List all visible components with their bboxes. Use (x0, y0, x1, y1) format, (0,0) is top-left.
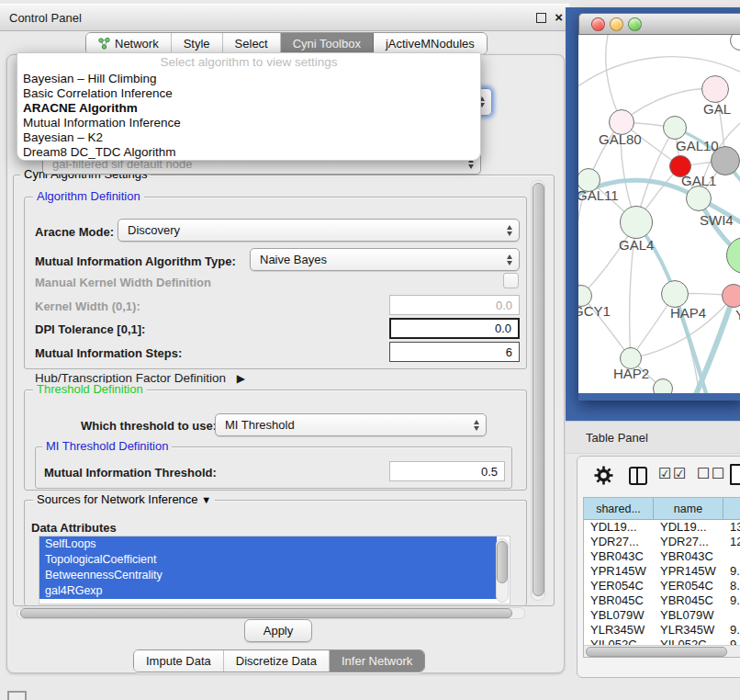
show-column-icon[interactable]: ☑ (673, 465, 686, 482)
split-view-icon[interactable] (629, 467, 647, 485)
cell-shared-name[interactable]: YBL079W (584, 608, 654, 623)
cell-partial[interactable]: 13 (723, 520, 740, 535)
hide-column-icon[interactable]: ☐ (712, 465, 724, 482)
cell-shared-name[interactable]: YBR045C (584, 593, 654, 608)
mi-steps-field[interactable]: 6 (389, 342, 520, 362)
window-close-icon[interactable] (591, 17, 605, 31)
column-header-partial[interactable]: A (723, 498, 740, 520)
cell-partial[interactable] (723, 549, 740, 564)
cell-partial[interactable]: 12 (723, 535, 740, 549)
attribute-list-scrollbar[interactable] (496, 538, 509, 603)
tab-discretize-data[interactable]: Discretize Data (224, 650, 330, 672)
table-row[interactable]: YER054C YER054C 8. (584, 579, 740, 593)
network-node-gal4[interactable] (620, 206, 653, 239)
cell-partial[interactable]: 9. (723, 593, 740, 608)
cell-name[interactable]: YDL19... (654, 520, 723, 535)
cell-shared-name[interactable]: YPR145W (584, 564, 654, 579)
float-window-icon[interactable] (536, 13, 546, 23)
attribute-item[interactable]: gal4RGexp (39, 583, 497, 599)
cell-name[interactable]: YPR145W (654, 564, 723, 579)
tab-network[interactable]: Network (86, 33, 172, 54)
window-minimize-icon[interactable] (610, 17, 623, 31)
table-row[interactable]: YPR145W YPR145W 9. (584, 564, 740, 579)
settings-vertical-scrollbar[interactable] (531, 180, 545, 601)
table-row[interactable]: YBL079W YBL079W (584, 608, 740, 623)
network-node-gal10[interactable] (663, 116, 687, 140)
mi-steps-value: 6 (506, 345, 512, 359)
cell-name[interactable]: YBR045C (654, 593, 723, 608)
table-horizontal-scrollbar[interactable] (584, 645, 740, 657)
network-desktop-background: GALGAL80GAL10GAL1GAL11SWI4GAL4GCY1HAP4YH… (566, 7, 740, 421)
column-header-name[interactable]: name (654, 498, 723, 520)
settings-horizontal-scrollbar[interactable] (17, 607, 525, 619)
attribute-item[interactable]: TopologicalCoefficient (39, 552, 497, 568)
dpi-tolerance-field[interactable]: 0.0 (389, 318, 520, 339)
table-horizontal-scrollbar-thumb[interactable] (586, 647, 727, 657)
attribute-item[interactable]: BetweennessCentrality (39, 568, 497, 583)
aracne-mode-combo[interactable]: Discovery (118, 219, 520, 242)
network-node-hap4[interactable] (661, 280, 689, 308)
cell-shared-name[interactable]: YDL19... (584, 520, 654, 535)
table-row[interactable]: YLR345W YLR345W 9. (584, 623, 740, 638)
tab-infer-network[interactable]: Infer Network (330, 650, 424, 672)
which-threshold-combo[interactable]: MI Threshold (215, 413, 487, 436)
apply-button[interactable]: Apply (244, 619, 312, 642)
table-row[interactable]: YDR27... YDR27... 12 (584, 535, 740, 549)
network-node-swi4[interactable] (686, 186, 712, 211)
network-node-gal[interactable] (701, 75, 729, 103)
node-table[interactable]: shared... name A YDL19... YDL19... 13 YD… (583, 497, 740, 658)
cell-shared-name[interactable]: YDR27... (584, 535, 654, 549)
collapse-arrow-icon[interactable]: ▼ (201, 494, 211, 505)
network-window-titlebar[interactable] (578, 13, 740, 35)
which-threshold-label: Which threshold to use: (81, 419, 217, 433)
cell-name[interactable]: YLR345W (654, 623, 723, 638)
attribute-list-scrollbar-thumb[interactable] (497, 541, 508, 583)
dropdown-item[interactable]: Mutual Information Inference (17, 116, 480, 130)
mi-type-combo[interactable]: Naive Bayes (250, 248, 520, 271)
tab-style[interactable]: Style (172, 33, 223, 54)
network-node-y[interactable] (722, 284, 740, 308)
window-zoom-icon[interactable] (628, 17, 642, 31)
kernel-width-field[interactable]: 0.0 (389, 295, 520, 315)
dropdown-item[interactable]: Bayesian – Hill Climbing (17, 72, 480, 86)
minimized-panel-icon[interactable] (7, 691, 27, 700)
cell-name[interactable]: YBR043C (654, 549, 723, 564)
table-row[interactable]: YBR045C YBR045C 9. (584, 593, 740, 608)
cell-shared-name[interactable]: YER054C (584, 579, 654, 593)
cell-shared-name[interactable]: YLR345W (584, 623, 654, 638)
dropdown-prompt: Select algorithm to view settings (17, 53, 480, 72)
close-icon[interactable]: × (555, 9, 563, 25)
tab-jactivemnodules[interactable]: jActiveMNodules (374, 33, 487, 54)
cell-partial[interactable]: 8. (723, 579, 740, 593)
network-node[interactable] (653, 378, 673, 393)
settings-horizontal-scrollbar-thumb[interactable] (20, 608, 512, 618)
manual-kernel-checkbox[interactable] (503, 273, 519, 288)
tab-cyni-toolbox[interactable]: Cyni Toolbox (281, 33, 374, 54)
cell-name[interactable]: YER054C (654, 579, 723, 593)
cell-partial[interactable]: 9. (723, 623, 740, 638)
dropdown-item[interactable]: ARACNE Algorithm (17, 101, 480, 116)
settings-vertical-scrollbar-thumb[interactable] (533, 183, 544, 596)
gear-icon[interactable] (594, 466, 613, 485)
dropdown-item[interactable]: Basic Correlation Inference (17, 86, 480, 101)
tab-select[interactable]: Select (223, 33, 281, 54)
attribute-item[interactable]: SelfLoops (39, 536, 497, 552)
tab-impute-data[interactable]: Impute Data (134, 650, 224, 672)
cell-name[interactable]: YBL079W (654, 608, 723, 623)
dropdown-item[interactable]: Bayesian – K2 (17, 130, 480, 145)
expand-arrow-icon[interactable]: ▶ (237, 372, 245, 385)
mi-threshold-field[interactable]: 0.5 (389, 461, 505, 481)
column-header-shared-name[interactable]: shared... (584, 498, 654, 520)
cell-partial[interactable] (723, 608, 740, 623)
cell-shared-name[interactable]: YBR043C (584, 549, 654, 564)
file-icon[interactable] (730, 464, 740, 485)
dropdown-item[interactable]: Dream8 DC_TDC Algorithm (17, 145, 480, 160)
cell-partial[interactable]: 9. (723, 564, 740, 579)
network-view-window[interactable]: GALGAL80GAL10GAL1GAL11SWI4GAL4GCY1HAP4YH… (578, 13, 740, 401)
hide-column-icon[interactable]: ☐ (697, 465, 710, 482)
show-column-icon[interactable]: ☑ (658, 465, 671, 482)
cell-name[interactable]: YDR27... (654, 535, 723, 549)
network-canvas[interactable]: GALGAL80GAL10GAL1GAL11SWI4GAL4GCY1HAP4YH… (578, 35, 740, 393)
table-row[interactable]: YDL19... YDL19... 13 (584, 520, 740, 535)
table-row[interactable]: YBR043C YBR043C (584, 549, 740, 564)
